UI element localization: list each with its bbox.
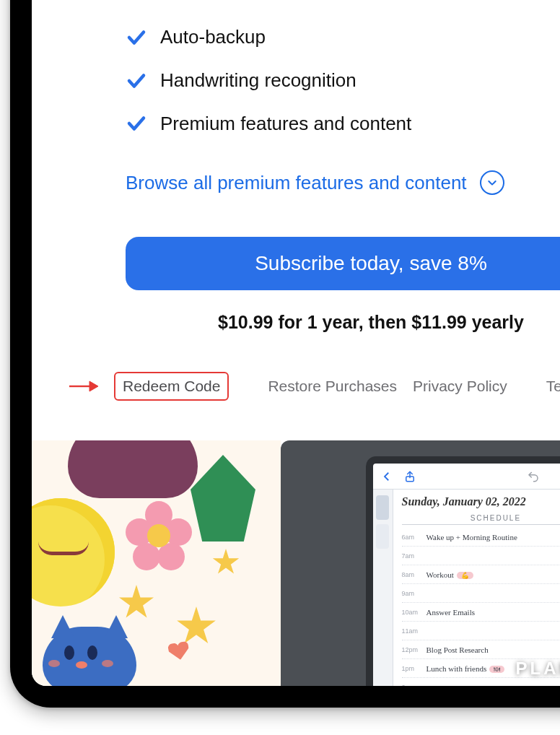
- terms-link[interactable]: Terms of U: [546, 378, 560, 395]
- subscribe-button[interactable]: Subscribe today, save 8%: [126, 237, 560, 290]
- feature-label: Auto-backup: [160, 25, 266, 50]
- promo-planner: T Sunday, January 02,: [281, 440, 560, 686]
- promo-illustration: [32, 440, 281, 686]
- planner-side-tabs: [373, 490, 393, 686]
- planner-preview: T Sunday, January 02,: [366, 456, 561, 686]
- planner-tab[interactable]: [376, 495, 389, 520]
- undo-icon[interactable]: [527, 470, 540, 483]
- schedule-row: 8amWorkout💪: [402, 565, 561, 584]
- feature-label: Premium features and content: [160, 112, 411, 136]
- back-icon[interactable]: [380, 470, 393, 483]
- footer-links: Redeem Code Restore PurchasesPrivacy Pol…: [68, 372, 560, 401]
- check-icon: [126, 27, 147, 48]
- feature-label: Handwriting recognition: [160, 69, 356, 93]
- schedule-row: 2pm: [402, 678, 561, 686]
- tablet-frame: Auto-backup Handwriting recognition Prem…: [10, 0, 560, 708]
- redeem-code-link[interactable]: Redeem Code: [114, 372, 229, 401]
- share-icon[interactable]: [403, 470, 416, 483]
- feature-item: Premium features and content: [126, 112, 560, 136]
- planner-tab[interactable]: [376, 524, 389, 549]
- schedule-row: 9am: [402, 584, 561, 603]
- browse-all-row[interactable]: Browse all premium features and content: [126, 170, 560, 195]
- promo-banner: T Sunday, January 02,: [32, 440, 560, 686]
- planner-date: Sunday, January 02, 2022: [402, 495, 561, 508]
- svg-marker-1: [89, 381, 98, 391]
- check-icon: [126, 113, 147, 134]
- schedule-row: 10amAnswer Emails: [402, 603, 561, 622]
- planner-promo-label: PLANNER: [281, 658, 560, 679]
- schedule-row: 6amWake up + Morning Routine: [402, 528, 561, 547]
- schedule-row: 11am: [402, 622, 561, 640]
- price-line: $10.99 for 1 year, then $11.99 yearly: [126, 312, 560, 333]
- schedule-row: 7am: [402, 547, 561, 565]
- feature-item: Handwriting recognition: [126, 69, 560, 93]
- redeem-code-label: Redeem Code: [123, 378, 220, 394]
- restore-purchases-link[interactable]: Restore Purchases: [268, 378, 397, 395]
- schedule-row: 12pmBlog Post Research: [402, 640, 561, 659]
- privacy-policy-link[interactable]: Privacy Policy: [413, 378, 507, 395]
- subscribe-button-label: Subscribe today, save 8%: [255, 252, 487, 274]
- chevron-down-circle-icon[interactable]: [480, 170, 504, 195]
- browse-all-link[interactable]: Browse all premium features and content: [126, 172, 467, 194]
- feature-item: Auto-backup: [126, 25, 560, 50]
- planner-toolbar: T: [373, 464, 561, 490]
- tablet-screen: Auto-backup Handwriting recognition Prem…: [32, 0, 560, 686]
- feature-list: Auto-backup Handwriting recognition Prem…: [126, 25, 560, 136]
- arrow-right-icon: [68, 379, 98, 393]
- check-icon: [126, 70, 147, 92]
- schedule-heading: SCHEDULE: [402, 514, 561, 525]
